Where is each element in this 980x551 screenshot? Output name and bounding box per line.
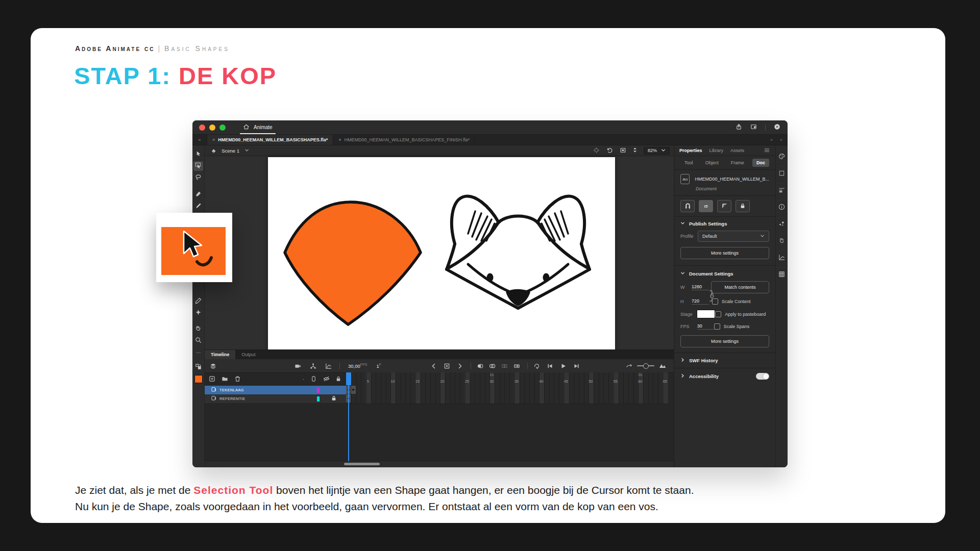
onion-outlines-icon[interactable] [488,363,497,369]
tab-timeline[interactable]: Timeline [205,350,235,359]
minimize-window-button[interactable] [209,124,215,131]
magnet-icon[interactable] [680,200,695,212]
clip-content-icon[interactable] [620,147,626,155]
checkbox-icon[interactable] [712,298,718,305]
dock-drag-handle[interactable]: ..... [776,181,788,184]
tab-library[interactable]: Library [709,148,724,153]
more-tools-icon[interactable]: ⋯ [193,347,203,357]
swap-colors-icon[interactable] [193,362,203,372]
workspace-icon[interactable] [750,123,757,131]
publish-settings-header[interactable]: Publish Settings [674,217,775,229]
test-movie-icon[interactable] [774,123,780,131]
add-folder-icon[interactable] [222,375,228,383]
prev-keyframe-icon[interactable] [430,363,438,369]
height-field[interactable]: 720 [692,298,709,305]
window-controls[interactable] [199,124,226,131]
onion-skin-icon[interactable] [476,363,484,369]
corner-ruler-icon[interactable] [717,200,731,212]
share-icon[interactable] [736,123,742,131]
checkbox-icon[interactable] [714,323,720,330]
lock-icon[interactable] [331,395,336,402]
layer-frames-row[interactable] [346,386,668,394]
close-tab-icon[interactable]: × [338,137,341,142]
selection-tool-icon[interactable] [193,149,203,159]
camera-column-icon[interactable] [310,375,317,383]
timeline-zoom-slider[interactable] [637,365,654,366]
tab-output[interactable]: Output [235,350,261,359]
subtab-frame[interactable]: Frame [727,159,748,167]
delete-layer-icon[interactable] [234,375,241,383]
layer-row-tekenlaag[interactable]: TEKENLAAG [205,386,346,395]
hand-tool-icon[interactable] [193,324,203,334]
scrollbar-thumb[interactable] [344,463,380,465]
publish-more-settings-button[interactable]: More settings [680,247,769,259]
chart-icon[interactable] [776,253,788,262]
tab-assets[interactable]: Assets [730,148,744,153]
play-icon[interactable] [559,363,568,369]
hide-all-icon[interactable] [323,375,330,383]
zoom-level-dropdown[interactable]: 82% [644,147,670,155]
dock-drag-handle[interactable]: ..... [776,147,788,151]
close-tab-icon[interactable]: × [212,137,215,142]
scene-label[interactable]: Scene 1 [222,148,239,154]
parenting-icon[interactable] [309,363,317,369]
accessibility-header[interactable]: Accessibility [674,368,775,384]
puppet-icon[interactable] [776,236,788,245]
file-tab-active[interactable]: × HMEMD00_HEEMAN_WILLEM_BASICSHAPES.fla* [207,135,333,145]
scatter-icon[interactable] [776,219,788,229]
dashed-frame-icon[interactable] [776,169,788,178]
panel-menu-icon[interactable] [764,147,770,155]
canvas-pasteboard[interactable] [205,156,674,349]
subtab-doc[interactable]: Doc [752,159,769,167]
dock-drag-handle[interactable]: ..... [776,232,788,235]
reset-zoom-icon[interactable] [625,363,633,369]
lock-all-icon[interactable] [336,376,341,383]
match-contents-button[interactable]: Match contents [711,281,769,293]
step-back-icon[interactable] [546,363,554,369]
doc-more-settings-button[interactable]: More settings [680,335,769,347]
swf-history-header[interactable]: SWF History [674,353,775,368]
stage-color-swatch[interactable] [697,310,715,318]
layer-row-referentie[interactable]: REFERENTIE [205,394,346,404]
dock-drag-handle[interactable]: ..... [776,198,788,201]
snap-icon[interactable]: t5 [699,200,713,212]
asset-warp-tool-icon[interactable] [193,308,203,318]
profile-select[interactable]: Default [698,231,769,242]
dock-drag-handle[interactable]: ..... [776,215,788,218]
loop-icon[interactable] [533,363,541,369]
resize-timeline-icon[interactable] [658,363,667,368]
dock-drag-handle[interactable]: ..... [776,248,788,252]
graph-editor-icon[interactable] [324,363,332,369]
document-settings-header[interactable]: Document Settings [674,267,775,279]
subtab-object[interactable]: Object [701,159,723,167]
accessibility-toggle[interactable] [756,373,769,380]
free-transform-tool-icon[interactable] [193,161,203,171]
classic-brush-tool-icon[interactable] [193,202,203,211]
maximize-window-button[interactable] [219,124,226,131]
scale-content-checkbox[interactable]: Scale Content [712,298,769,305]
playhead-marker[interactable] [346,372,351,385]
file-tab-inactive[interactable]: × HMEMD00_HEEMAN_WILLEM_BASICSHAPES_FINI… [333,135,475,145]
zoom-tool-icon[interactable] [193,336,203,345]
toolbar-collapse[interactable]: « [192,135,207,145]
chevron-down-icon[interactable] [244,148,249,154]
keyframe-cell[interactable] [351,386,356,394]
edit-multiple-frames-icon[interactable] [501,363,509,369]
layer-frames-row[interactable] [346,394,668,403]
dock-drag-handle[interactable]: ..... [776,265,788,268]
layers-panel-icon[interactable] [209,363,217,369]
fill-color-swatch[interactable] [193,374,203,384]
home-icon[interactable] [243,123,250,131]
step-forward-icon[interactable] [573,363,581,369]
center-frame-icon[interactable] [443,363,451,369]
lock-icon[interactable] [736,200,750,212]
timeline-scrollbar[interactable] [205,461,674,467]
fps-field[interactable]: 30 [697,323,714,330]
frame-span-icon[interactable] [513,363,521,369]
pivot-crosshair-icon[interactable] [593,147,600,155]
app-tab[interactable]: Animate [240,120,276,134]
camera-icon[interactable] [293,363,302,369]
show-all-dot-icon[interactable]: · [303,377,304,382]
layer-color-chip[interactable] [317,388,320,393]
subtab-tool[interactable]: Tool [680,159,697,167]
